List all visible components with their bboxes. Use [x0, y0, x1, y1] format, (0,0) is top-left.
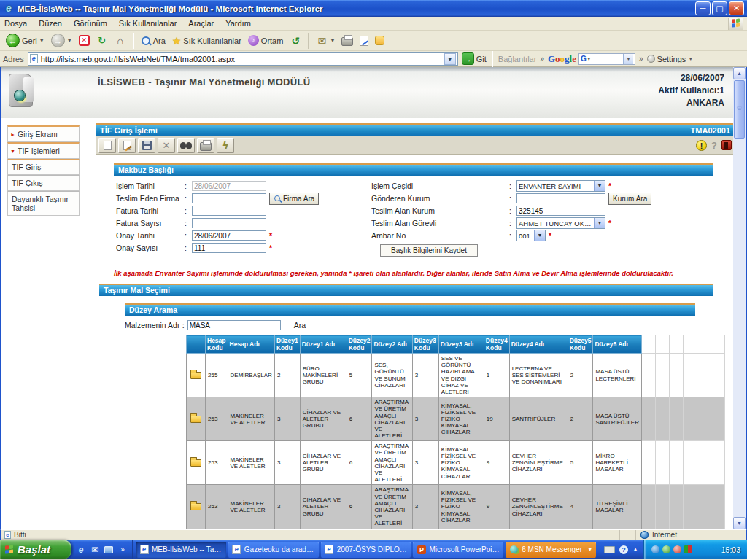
- print-record-button[interactable]: [197, 138, 214, 153]
- forward-dropdown-icon[interactable]: ▼: [67, 38, 72, 43]
- row-select-cell[interactable]: [187, 354, 206, 397]
- sidebar-item-dayan-kl-ta-n-r-tahsisi[interactable]: Dayanıklı Taşınır Tahsisi: [7, 191, 80, 216]
- tray-network-icon[interactable]: [651, 545, 659, 553]
- google-g-dropdown-icon[interactable]: ▼: [587, 56, 592, 61]
- edit-button[interactable]: [358, 35, 370, 47]
- open-folder-icon[interactable]: [190, 459, 201, 467]
- taskbar-help-icon[interactable]: ?: [619, 545, 628, 554]
- print-button[interactable]: [340, 34, 355, 47]
- tray-antivirus-icon[interactable]: [662, 545, 670, 553]
- links-chevron-icon[interactable]: »: [540, 55, 544, 63]
- row-select-cell[interactable]: [187, 529, 206, 529]
- sidebar-item-giri-ekran-[interactable]: ►Giriş Ekranı: [7, 125, 80, 142]
- chevron-down-icon[interactable]: ▼: [594, 218, 605, 228]
- task-dropdown-icon[interactable]: ▼: [587, 547, 592, 552]
- google-chevron-icon[interactable]: »: [639, 55, 643, 63]
- post-button[interactable]: ϟ: [217, 138, 234, 153]
- material-name-input[interactable]: [187, 320, 281, 330]
- google-search-input[interactable]: G ▼ ▼: [578, 53, 635, 65]
- input-teslim-alan-kurum[interactable]: [516, 206, 605, 216]
- refresh-button[interactable]: ↻: [95, 34, 109, 47]
- keyboard-icon[interactable]: [604, 546, 615, 553]
- menu-item-dosya[interactable]: Dosya: [4, 19, 27, 28]
- back-button[interactable]: ← Geri ▼: [4, 33, 46, 48]
- tray-messenger-icon[interactable]: [673, 545, 681, 553]
- new-record-button[interactable]: [98, 138, 116, 153]
- quicklaunch-mail-icon[interactable]: ✉: [90, 545, 100, 555]
- select-teslim-alan-g-revli[interactable]: AHMET TUNCAY OKUL MÜD▼: [516, 217, 605, 229]
- find-button[interactable]: [177, 138, 195, 153]
- maximize-button[interactable]: ▢: [712, 1, 727, 15]
- address-dropdown-icon[interactable]: ▼: [444, 53, 456, 65]
- task-button-ie[interactable]: e2007-ÖSYS DİPLOMA...: [321, 542, 411, 558]
- edit-record-button[interactable]: [118, 138, 136, 153]
- input-fatura-say-s-[interactable]: [192, 218, 266, 228]
- favorites-button[interactable]: ★ Sık Kullanılanlar: [171, 34, 243, 47]
- close-button[interactable]: ✕: [729, 1, 744, 15]
- button-kurum-ara[interactable]: Kurum Ara: [608, 192, 651, 205]
- forward-button[interactable]: → ▼: [50, 33, 74, 48]
- vertical-scrollbar[interactable]: ▲ ▼: [733, 67, 746, 529]
- quicklaunch-chevron-icon[interactable]: »: [117, 545, 128, 555]
- input-fatura-tarihi[interactable]: [192, 206, 266, 216]
- row-select-cell[interactable]: [187, 485, 206, 529]
- history-button[interactable]: ↺: [288, 34, 303, 47]
- address-input[interactable]: e http://ilsis.meb.gov.tr/IlsisWebNet/TM…: [28, 52, 458, 66]
- back-dropdown-icon[interactable]: ▼: [39, 38, 44, 43]
- delete-record-button[interactable]: ✕: [158, 138, 175, 153]
- open-folder-icon[interactable]: [190, 416, 201, 423]
- chevron-down-icon[interactable]: ▼: [594, 181, 605, 191]
- mail-dropdown-icon[interactable]: ▼: [330, 38, 335, 43]
- media-button[interactable]: ♪ Ortam: [247, 34, 285, 47]
- task-button-ie[interactable]: eGazeteoku da aradığı...: [228, 542, 319, 558]
- menu-item-yardım[interactable]: Yardım: [225, 19, 251, 28]
- task-button-msn[interactable]: 6 MSN Messenger▼: [506, 542, 596, 558]
- refresh-icon: ↻: [96, 35, 108, 47]
- save-header-button[interactable]: Başlık Bilgilerini Kaydet: [380, 244, 478, 257]
- collapse-chevron-icon[interactable]: ▲: [632, 546, 638, 553]
- menu-item-sık kullanılanlar[interactable]: Sık Kullanılanlar: [119, 19, 177, 28]
- save-record-button[interactable]: [138, 138, 155, 153]
- open-folder-icon[interactable]: [190, 503, 201, 510]
- button-firma-ara[interactable]: Firma Ara: [269, 192, 319, 205]
- task-button-ie[interactable]: eMEB-İlsisWeb -- Taşın...: [136, 542, 226, 558]
- open-folder-icon[interactable]: [190, 372, 201, 379]
- chevron-down-icon[interactable]: ▼: [534, 230, 545, 241]
- row-select-cell[interactable]: [187, 397, 206, 441]
- settings-button[interactable]: Settings ▼: [647, 55, 694, 63]
- select-ambar-no[interactable]: 001▼: [516, 230, 546, 241]
- scroll-thumb[interactable]: [734, 80, 745, 139]
- menu-item-araçlar[interactable]: Araçlar: [188, 19, 214, 28]
- input-onay-say-s-[interactable]: [192, 243, 266, 253]
- go-button[interactable]: → Git: [462, 52, 487, 65]
- sidebar-item-tif-giri-[interactable]: TIF Giriş: [7, 159, 80, 175]
- input-onay-tarihi[interactable]: [192, 230, 266, 241]
- input-teslim-eden-firma[interactable]: [192, 193, 266, 203]
- links-label[interactable]: Bağlantılar: [498, 55, 537, 63]
- stop-button[interactable]: ✕: [77, 34, 91, 47]
- start-button[interactable]: Başlat: [0, 540, 71, 559]
- input-g-nderen-kurum[interactable]: [516, 193, 605, 203]
- menu-item-görünüm[interactable]: Görünüm: [74, 19, 107, 28]
- minimize-button[interactable]: ─: [695, 1, 711, 15]
- scroll-down-button[interactable]: ▼: [733, 517, 746, 529]
- exit-icon[interactable]: [721, 140, 732, 150]
- help-icon[interactable]: ?: [711, 140, 717, 151]
- messenger-button[interactable]: [374, 35, 386, 46]
- sidebar-item-tif-i-lemleri[interactable]: ▼TIF İşlemleri: [7, 142, 80, 159]
- sidebar-item-tif-k-[interactable]: TIF Çıkış: [7, 175, 80, 191]
- home-button[interactable]: ⌂: [113, 34, 128, 47]
- task-button-ppt[interactable]: PMicrosoft PowerPoint ...: [413, 542, 503, 558]
- scroll-up-button[interactable]: ▲: [733, 67, 746, 79]
- row-select-cell[interactable]: [187, 441, 206, 485]
- menu-item-düzen[interactable]: Düzen: [39, 19, 62, 28]
- warning-icon[interactable]: !: [696, 140, 707, 151]
- quicklaunch-show-desktop-icon[interactable]: [104, 545, 114, 555]
- tray-language-icon[interactable]: [684, 545, 692, 553]
- quicklaunch-ie-icon[interactable]: e: [76, 545, 86, 555]
- ara-search-button[interactable]: Ara: [294, 321, 306, 330]
- mail-button[interactable]: ✉ ▼: [314, 34, 336, 47]
- google-search-dropdown-icon[interactable]: ▼: [623, 54, 633, 64]
- select-i-lem-e-idi[interactable]: ENVANTER SAYIMI▼: [516, 180, 605, 192]
- search-button[interactable]: Ara: [139, 35, 167, 47]
